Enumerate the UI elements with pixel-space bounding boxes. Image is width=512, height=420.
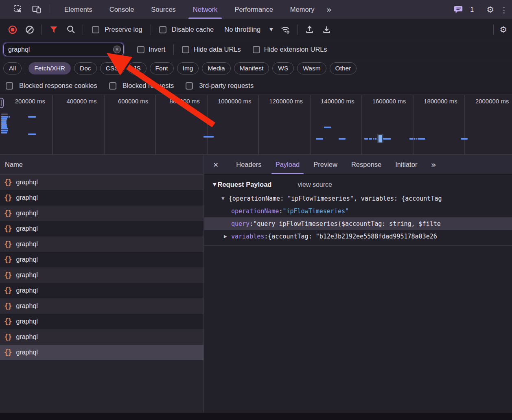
blocked-requests-checkbox[interactable] [109, 82, 116, 90]
waterfall-bar [409, 138, 414, 140]
request-name: graphql [16, 225, 37, 232]
chip-fetch-xhr[interactable]: Fetch/XHR [28, 62, 71, 74]
tab-headers[interactable]: Headers [229, 155, 268, 174]
network-overview-timeline[interactable]: 200000 ms400000 ms600000 ms800000 ms1000… [0, 94, 512, 155]
chip-other[interactable]: Other [330, 62, 357, 74]
request-row[interactable]: {}graphql [0, 283, 203, 298]
timeline-tick-label: 1800000 ms [409, 98, 457, 105]
chip-wasm[interactable]: Wasm [297, 62, 326, 74]
close-details-icon[interactable]: ✕ [213, 161, 219, 169]
request-row[interactable]: {}graphql [0, 298, 203, 314]
chip-all[interactable]: All [3, 62, 22, 74]
tab-network[interactable]: Network [184, 0, 226, 19]
name-column-header[interactable]: Name [0, 155, 203, 175]
request-row[interactable]: {}graphql [0, 221, 203, 236]
json-braces-icon: {} [4, 256, 11, 264]
device-toolbar-icon[interactable] [31, 4, 42, 15]
tab-sources[interactable]: Sources [142, 0, 184, 19]
json-braces-icon: {} [4, 287, 11, 295]
json-value: "ipFlowTimeseries" [282, 208, 349, 215]
network-conditions-icon[interactable] [280, 24, 291, 35]
tab-console[interactable]: Console [101, 0, 143, 19]
request-row[interactable]: {}graphql [0, 236, 203, 252]
hide-data-urls-checkbox[interactable] [182, 46, 189, 53]
chip-manifest[interactable]: Manifest [234, 62, 269, 74]
invert-checkbox[interactable] [137, 46, 144, 53]
section-expanded-icon[interactable]: ▼ [213, 182, 216, 187]
search-icon[interactable] [65, 24, 77, 35]
payload-row-operationname[interactable]: operationName: "ipFlowTimeseries" [204, 205, 512, 217]
devtools-main-tabbar: ElementsConsoleSourcesNetworkPerformance… [0, 0, 512, 19]
request-row[interactable]: {}graphql [0, 206, 203, 221]
chip-ws[interactable]: WS [272, 62, 294, 74]
expanded-triangle-icon[interactable]: ▼ [221, 196, 225, 201]
inspect-element-icon[interactable] [12, 4, 24, 15]
toolbar-divider [42, 24, 42, 35]
payload-row-query[interactable]: query: "query ipFlowTimeseries($accountT… [204, 217, 512, 230]
chip-doc[interactable]: Doc [74, 62, 97, 74]
view-source-link[interactable]: view source [298, 181, 332, 188]
toolbar-divider [298, 24, 298, 35]
clear-network-log-icon[interactable] [24, 24, 35, 35]
request-row[interactable]: {}graphql [0, 190, 203, 206]
tab-memory[interactable]: Memory [282, 0, 323, 19]
details-more-tabs-icon[interactable]: » [431, 160, 435, 170]
throttling-dropdown[interactable]: No throttling ▼ [224, 26, 273, 33]
payload-root-line[interactable]: ▼ {operationName: "ipFlowTimeseries", va… [204, 192, 512, 205]
waterfall-bar [383, 138, 391, 140]
tab-performance[interactable]: Performance [226, 0, 281, 19]
request-row[interactable]: {}graphql [0, 267, 203, 283]
request-row[interactable]: {}graphql [0, 252, 203, 267]
request-row[interactable]: {}graphql [0, 329, 203, 345]
timeline-tick-label: 1600000 ms [357, 98, 406, 105]
chip-img[interactable]: Img [177, 62, 199, 74]
request-name: graphql [16, 349, 37, 356]
json-key: variables [231, 233, 264, 240]
tab-initiator[interactable]: Initiator [388, 155, 424, 174]
request-name: graphql [16, 318, 37, 325]
issues-message-icon[interactable] [453, 4, 464, 15]
chip-css[interactable]: CSS [100, 62, 125, 74]
issues-count[interactable]: 1 [470, 6, 474, 13]
waterfall-bar [1, 122, 7, 124]
waterfall-bar [1, 118, 7, 120]
hide-extension-urls-checkbox[interactable] [253, 46, 260, 53]
preserve-log-checkbox[interactable] [92, 26, 99, 33]
more-tabs-icon[interactable]: » [323, 4, 334, 15]
json-value: "query ipFlowTimeseries($accountTag: str… [253, 220, 441, 228]
kebab-menu-icon[interactable]: ⋮ [500, 5, 508, 14]
request-row[interactable]: {}graphql [0, 314, 203, 329]
tab-response[interactable]: Response [344, 155, 388, 174]
timeline-tick-label: 1000000 ms [202, 98, 251, 105]
disable-cache-checkbox[interactable] [159, 26, 166, 33]
clear-filter-icon[interactable]: ✕ [113, 46, 121, 53]
record-network-log-icon[interactable] [7, 24, 18, 35]
chevron-down-icon: ▼ [269, 27, 273, 32]
filter-input[interactable] [3, 43, 124, 56]
request-name: graphql [16, 179, 37, 186]
chip-js[interactable]: JS [128, 62, 147, 74]
waterfall-bar [1, 120, 7, 122]
export-har-icon[interactable] [321, 24, 333, 35]
json-braces-icon: {} [4, 302, 11, 310]
settings-gear-icon[interactable]: ⚙ [486, 5, 494, 15]
chip-media[interactable]: Media [202, 62, 230, 74]
request-row[interactable]: {}graphql [0, 175, 203, 190]
filter-funnel-icon[interactable] [48, 24, 59, 35]
waterfall-bar [1, 130, 8, 131]
request-name: graphql [16, 333, 37, 341]
request-name: graphql [16, 287, 37, 294]
blocked-response-cookies-checkbox[interactable] [6, 82, 13, 90]
chip-font[interactable]: Font [150, 62, 174, 74]
tab-elements[interactable]: Elements [56, 0, 101, 19]
tab-preview[interactable]: Preview [306, 155, 344, 174]
tab-payload[interactable]: Payload [269, 155, 307, 174]
request-details-panel: ✕ HeadersPayloadPreviewResponseInitiator… [204, 155, 512, 413]
payload-row-variables[interactable]: ▶variables: {accountTag: "b12e3b2192ee55… [204, 230, 512, 243]
collapsed-triangle-icon[interactable]: ▶ [224, 234, 231, 238]
network-settings-gear-icon[interactable]: ⚙ [499, 25, 507, 35]
third-party-requests-checkbox[interactable] [186, 82, 193, 90]
request-row[interactable]: {}graphql [0, 345, 203, 360]
import-har-icon[interactable] [304, 24, 315, 35]
hide-extension-urls-label: Hide extension URLs [264, 46, 327, 53]
